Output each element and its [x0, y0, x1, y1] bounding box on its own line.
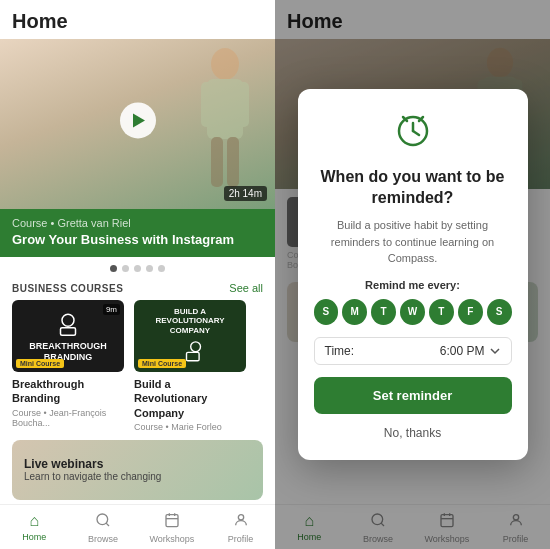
svg-rect-3 — [237, 82, 249, 127]
svg-rect-12 — [166, 515, 178, 527]
left-panel: Home 2h 14m Course • Gretta van Riel Gro… — [0, 0, 275, 549]
webinar-title-left: Live webinars — [24, 457, 161, 471]
nav-browse-label-left: Browse — [88, 534, 118, 544]
svg-rect-2 — [201, 82, 213, 127]
day-saturday[interactable]: S — [487, 299, 512, 325]
webinar-text-left: Live webinars Learn to navigate the chan… — [24, 457, 161, 482]
webinar-subtitle-left: Learn to navigate the changing — [24, 471, 161, 482]
chevron-down-icon — [489, 345, 501, 357]
dot-2[interactable] — [122, 265, 129, 272]
modal-description: Build a positive habit by setting remind… — [314, 217, 512, 267]
card-thumb-1: BREAKTHROUGH BRANDING Mini Course 9m — [12, 300, 124, 372]
bottom-nav-left: ⌂ Home Browse Workshops Profile — [0, 504, 275, 549]
svg-rect-5 — [227, 137, 239, 187]
card-duration-1: 9m — [103, 304, 120, 315]
hero-person — [195, 44, 255, 194]
time-value: 6:00 PM — [440, 344, 501, 358]
svg-point-10 — [97, 514, 108, 525]
see-all-button[interactable]: See all — [229, 282, 263, 294]
home-icon-left: ⌂ — [30, 512, 40, 530]
card-text-2b: REVOLUTIONARY — [155, 316, 224, 326]
reminder-modal: When do you want to be reminded? Build a… — [298, 89, 528, 459]
day-tuesday[interactable]: T — [371, 299, 396, 325]
card-text-2c: COMPANY — [170, 326, 210, 336]
nav-browse-left[interactable]: Browse — [69, 509, 138, 547]
dot-5[interactable] — [158, 265, 165, 272]
dot-1[interactable] — [110, 265, 117, 272]
alarm-icon — [314, 109, 512, 157]
course-meta: Course • Gretta van Riel — [12, 217, 263, 229]
page-title-left: Home — [0, 0, 275, 39]
card-text-2a: BUILD A — [174, 307, 206, 317]
course-title: Grow Your Business with Instagram — [12, 232, 263, 247]
svg-point-6 — [62, 314, 74, 326]
svg-point-0 — [211, 48, 239, 80]
clock-svg — [393, 109, 433, 149]
day-monday[interactable]: M — [342, 299, 367, 325]
course-card-1[interactable]: BREAKTHROUGH BRANDING Mini Course 9m Bre… — [12, 300, 124, 432]
card-text-1a: BREAKTHROUGH — [29, 341, 107, 352]
dot-3[interactable] — [134, 265, 141, 272]
days-selector: S M T W T F S — [314, 299, 512, 325]
card-icon-1 — [53, 309, 83, 339]
svg-rect-4 — [211, 137, 223, 187]
svg-point-16 — [238, 515, 243, 520]
dot-4[interactable] — [146, 265, 153, 272]
svg-rect-7 — [61, 328, 76, 336]
right-panel: Home Course • Jean-François Boucha... Co… — [275, 0, 550, 549]
course-cards-row: BREAKTHROUGH BRANDING Mini Course 9m Bre… — [0, 300, 275, 432]
set-reminder-button[interactable]: Set reminder — [314, 377, 512, 414]
nav-profile-label-left: Profile — [228, 534, 254, 544]
nav-profile-left[interactable]: Profile — [206, 509, 275, 547]
card-author-1: Course • Jean-François Boucha... — [12, 408, 124, 428]
workshops-icon-left — [164, 512, 180, 532]
nav-workshops-left[interactable]: Workshops — [138, 509, 207, 547]
nav-home-left[interactable]: ⌂ Home — [0, 509, 69, 547]
day-wednesday[interactable]: W — [400, 299, 425, 325]
hero-left: 2h 14m — [0, 39, 275, 209]
section-label-courses: BUSINESS COURSES — [12, 283, 123, 294]
play-icon — [133, 113, 145, 127]
nav-home-label-left: Home — [22, 532, 46, 542]
webinar-section-left[interactable]: Live webinars Learn to navigate the chan… — [12, 440, 263, 500]
carousel-dots — [0, 257, 275, 278]
day-sunday[interactable]: S — [314, 299, 339, 325]
time-row[interactable]: Time: 6:00 PM — [314, 337, 512, 365]
duration-badge: 2h 14m — [224, 186, 267, 201]
svg-rect-9 — [187, 353, 200, 361]
day-thursday[interactable]: T — [429, 299, 454, 325]
browse-icon-left — [95, 512, 111, 532]
play-button[interactable] — [120, 102, 156, 138]
card-title-1: Breakthrough Branding — [12, 377, 124, 406]
remind-every-label: Remind me every: — [314, 279, 512, 291]
profile-icon-left — [233, 512, 249, 532]
no-thanks-button[interactable]: No, thanks — [314, 422, 512, 444]
card-thumb-2: BUILD A REVOLUTIONARY COMPANY Mini Cours… — [134, 300, 246, 372]
card-title-2: Build a Revolutionary Company — [134, 377, 246, 420]
modal-overlay: When do you want to be reminded? Build a… — [275, 0, 550, 549]
day-friday[interactable]: F — [458, 299, 483, 325]
card-author-2: Course • Marie Forleo — [134, 422, 246, 432]
mini-course-badge-2: Mini Course — [138, 359, 186, 368]
modal-title: When do you want to be reminded? — [314, 167, 512, 209]
svg-point-8 — [191, 342, 201, 352]
svg-line-32 — [413, 131, 419, 135]
svg-line-11 — [106, 523, 109, 526]
course-info: Course • Gretta van Riel Grow Your Busin… — [0, 209, 275, 257]
time-label: Time: — [325, 344, 355, 358]
nav-workshops-label-left: Workshops — [149, 534, 194, 544]
mini-course-badge-1: Mini Course — [16, 359, 64, 368]
course-card-2[interactable]: BUILD A REVOLUTIONARY COMPANY Mini Cours… — [134, 300, 246, 432]
section-header-courses: BUSINESS COURSES See all — [0, 278, 275, 300]
